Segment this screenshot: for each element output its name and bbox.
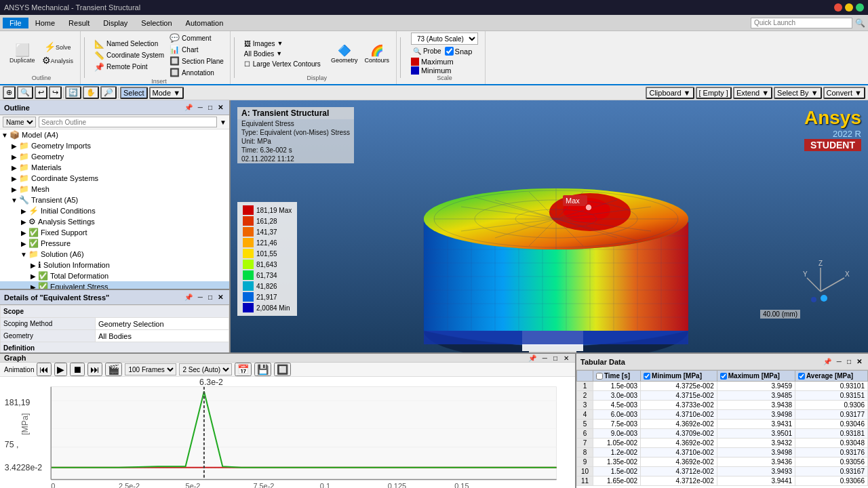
comment-btn[interactable]: 💬 Comment <box>167 33 226 43</box>
tree-toggle[interactable]: ▶ <box>9 142 19 150</box>
all-bodies-btn[interactable]: All Bodies ▼ <box>242 49 323 58</box>
tree-toggle[interactable]: ▶ <box>9 175 19 182</box>
redo-btn[interactable]: ↪ <box>49 86 62 99</box>
details-min-btn[interactable]: ─ <box>196 293 205 301</box>
tree-item-total-deformation[interactable]: ▶✅Total Deformation <box>0 270 229 281</box>
outline-name-select[interactable]: Name <box>3 117 36 127</box>
fit-btn[interactable]: ⊕ <box>3 86 16 99</box>
viewport[interactable]: Max A: Transient Structural Equivalent S… <box>231 100 868 352</box>
mode-btn[interactable]: Mode ▼ <box>149 87 184 99</box>
annotation-btn[interactable]: 🔲 Annotation <box>167 67 226 78</box>
tree-item-equivalent-stress[interactable]: ▶✅Equivalent Stress <box>0 281 229 289</box>
pan-btn[interactable]: ✋ <box>83 86 99 99</box>
outline-max-btn[interactable]: □ <box>206 104 214 111</box>
maximize-btn[interactable] <box>856 3 864 12</box>
tree-toggle[interactable]: ▶ <box>19 229 28 237</box>
tree-item-mesh[interactable]: ▶📁Mesh <box>0 184 229 195</box>
menu-home[interactable]: Home <box>28 18 62 28</box>
outline-search-input[interactable] <box>39 117 217 127</box>
outline-min-btn[interactable]: ─ <box>196 104 205 111</box>
anim-prev-btn[interactable]: ⏮ <box>37 363 52 376</box>
extend-btn[interactable]: Extend ▼ <box>733 87 772 99</box>
tree-toggle[interactable]: ▶ <box>28 272 38 280</box>
menu-display[interactable]: Display <box>96 18 134 28</box>
named-selection-btn[interactable]: 📐 Named Selection <box>92 39 166 49</box>
time-checkbox[interactable] <box>596 373 603 380</box>
tree-item-model-(a4)[interactable]: ▼📦Model (A4) <box>0 129 229 140</box>
tree-item-geometry[interactable]: ▶📁Geometry <box>0 151 229 162</box>
minimize-btn[interactable] <box>845 3 853 12</box>
tabular-max-btn[interactable]: □ <box>845 358 853 365</box>
anim-stop-btn[interactable]: ⏹ <box>70 363 85 376</box>
empty-btn[interactable]: [ Empty ] <box>696 87 732 99</box>
tree-toggle[interactable]: ▶ <box>9 186 19 193</box>
tree-item-initial-conditions[interactable]: ▶⚡Initial Conditions <box>0 205 229 216</box>
snap-checkbox[interactable] <box>445 47 454 56</box>
anim-record-btn[interactable]: 🎬 <box>105 363 122 376</box>
tabular-pin-btn[interactable]: 📌 <box>821 358 833 365</box>
tree-toggle[interactable]: ▶ <box>28 262 38 269</box>
graph-min-btn[interactable]: ─ <box>540 354 549 362</box>
chart-btn[interactable]: 📊 Chart <box>167 44 226 55</box>
tree-item-analysis-settings[interactable]: ▶⚙Analysis Settings <box>0 216 229 227</box>
contours-btn[interactable]: 🌈 Contours <box>361 43 392 65</box>
tree-item-materials[interactable]: ▶📁Materials <box>0 162 229 173</box>
tree-item-solution-information[interactable]: ▶ℹSolution Information <box>0 260 229 270</box>
tree-item-solution-(a6)[interactable]: ▼📁Solution (A6) <box>0 249 229 260</box>
tree-item-transient-(a5)[interactable]: ▼🔧Transient (A5) <box>0 195 229 205</box>
details-row-value[interactable]: Geometry Selection <box>96 318 229 330</box>
rotate-btn[interactable]: 🔄 <box>65 86 81 99</box>
menu-automation[interactable]: Automation <box>179 18 231 28</box>
tree-toggle[interactable]: ▼ <box>0 131 9 139</box>
menu-selection[interactable]: Selection <box>134 18 178 28</box>
tree-toggle[interactable]: ▶ <box>28 283 38 289</box>
graph-max-btn[interactable]: □ <box>551 354 559 362</box>
select-btn[interactable]: Select <box>120 87 148 99</box>
outline-close-btn[interactable]: ✕ <box>216 104 225 111</box>
probe-btn[interactable]: 🔍 Probe <box>411 47 443 56</box>
zoom-btn[interactable]: 🔍 <box>17 86 33 99</box>
tree-toggle[interactable]: ▶ <box>9 164 19 171</box>
avg-checkbox[interactable] <box>798 373 805 380</box>
tree-item-pressure[interactable]: ▶✅Pressure <box>0 238 229 249</box>
tree-toggle[interactable]: ▼ <box>9 197 19 204</box>
section-plane-btn[interactable]: 🔲 Section Plane <box>167 56 226 66</box>
select-by-btn[interactable]: Select By ▼ <box>774 87 821 99</box>
menu-result[interactable]: Result <box>62 18 96 28</box>
anim-frames-select[interactable]: 100 Frames <box>125 363 176 375</box>
clipboard-btn[interactable]: Clipboard ▼ <box>646 87 694 99</box>
tree-item-coordinate-systems[interactable]: ▶📁Coordinate Systems <box>0 173 229 184</box>
tree-toggle[interactable]: ▶ <box>19 240 28 247</box>
images-btn[interactable]: 🖼 Images ▼ <box>242 39 323 48</box>
details-row-value[interactable]: All Bodies <box>96 330 229 342</box>
tree-toggle[interactable]: ▶ <box>19 207 28 215</box>
quick-launch-input[interactable] <box>751 18 852 28</box>
ribbon-solve-btn[interactable]: ⚡ Solve <box>39 41 77 53</box>
menu-file[interactable]: File <box>3 18 28 28</box>
graph-pin-btn[interactable]: 📌 <box>526 354 538 362</box>
outline-search-arrow[interactable]: ▼ <box>220 119 226 126</box>
zoom3d-btn[interactable]: 🔎 <box>100 86 117 99</box>
graph-close-btn[interactable]: ✕ <box>561 354 571 362</box>
tabular-min-btn[interactable]: ─ <box>835 358 844 365</box>
large-vertex-btn[interactable]: ☐ Large Vertex Contours <box>242 60 323 68</box>
convert-btn[interactable]: Convert ▼ <box>823 87 865 99</box>
coordinate-system-btn[interactable]: 📏 Coordinate System <box>92 50 166 61</box>
remote-point-btn[interactable]: 📌 Remote Point <box>92 62 166 73</box>
details-pin-btn[interactable]: 📌 <box>182 293 195 301</box>
tree-item-geometry-imports[interactable]: ▶📁Geometry Imports <box>0 140 229 151</box>
max-checkbox[interactable] <box>720 373 727 380</box>
geometry-btn[interactable]: 🔷 Geometry <box>328 43 361 65</box>
tree-toggle[interactable]: ▶ <box>19 218 28 226</box>
anim-speed-select[interactable]: 2 Sec (Auto) <box>179 363 232 375</box>
close-btn[interactable] <box>834 3 842 12</box>
tree-toggle[interactable]: ▶ <box>9 153 19 161</box>
tabular-close-btn[interactable]: ✕ <box>854 358 864 365</box>
tree-item-fixed-support[interactable]: ▶✅Fixed Support <box>0 227 229 238</box>
scale-dropdown[interactable]: 73 (Auto Scale) <box>411 33 478 45</box>
outline-pin-btn[interactable]: 📌 <box>182 104 195 111</box>
undo-btn[interactable]: ↩ <box>35 86 47 99</box>
tree-toggle[interactable]: ▼ <box>19 251 28 258</box>
details-close-btn[interactable]: ✕ <box>216 293 225 301</box>
details-max-btn[interactable]: □ <box>206 293 214 301</box>
